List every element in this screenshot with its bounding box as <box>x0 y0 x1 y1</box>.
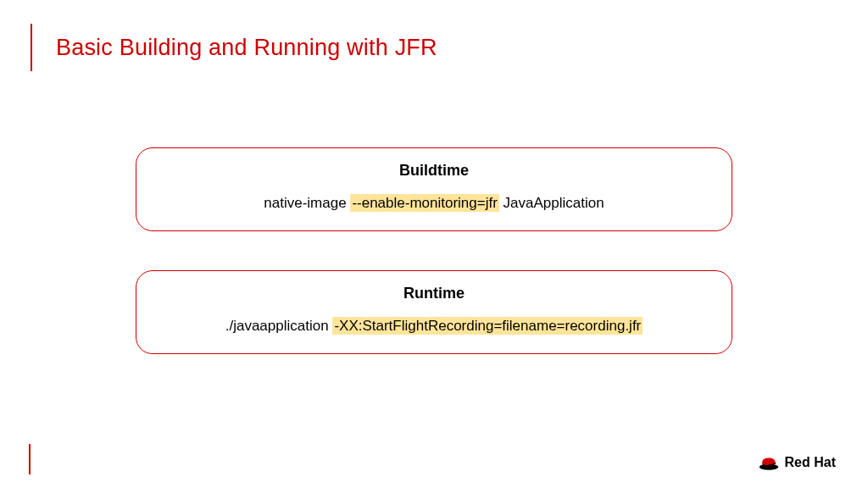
runtime-heading: Runtime <box>153 285 715 302</box>
runtime-cmd-highlight: -XX:StartFlightRecording=filename=record… <box>332 317 643 335</box>
buildtime-cmd-prefix: native-image <box>264 195 350 211</box>
redhat-logo: Red Hat <box>758 454 836 471</box>
buildtime-cmd-highlight: --enable-monitoring=jfr <box>350 194 499 212</box>
buildtime-cmd-suffix: JavaApplication <box>499 195 604 211</box>
slide: Basic Building and Running with JFR Buil… <box>0 0 868 488</box>
runtime-card: Runtime ./javaapplication -XX:StartFligh… <box>136 270 732 354</box>
brand-text: Red Hat <box>785 455 836 470</box>
content-area: Buildtime native-image --enable-monitori… <box>34 147 834 354</box>
runtime-command: ./javaapplication -XX:StartFlightRecordi… <box>153 318 715 335</box>
slide-title: Basic Building and Running with JFR <box>56 35 437 61</box>
title-row: Basic Building and Running with JFR <box>34 24 834 71</box>
footer-accent-bar <box>29 444 31 474</box>
buildtime-card: Buildtime native-image --enable-monitori… <box>136 147 732 231</box>
runtime-cmd-prefix: ./javaapplication <box>225 318 333 334</box>
title-accent-bar <box>31 24 32 71</box>
buildtime-heading: Buildtime <box>153 162 715 180</box>
buildtime-command: native-image --enable-monitoring=jfr Jav… <box>153 195 715 212</box>
fedora-icon <box>758 454 780 471</box>
